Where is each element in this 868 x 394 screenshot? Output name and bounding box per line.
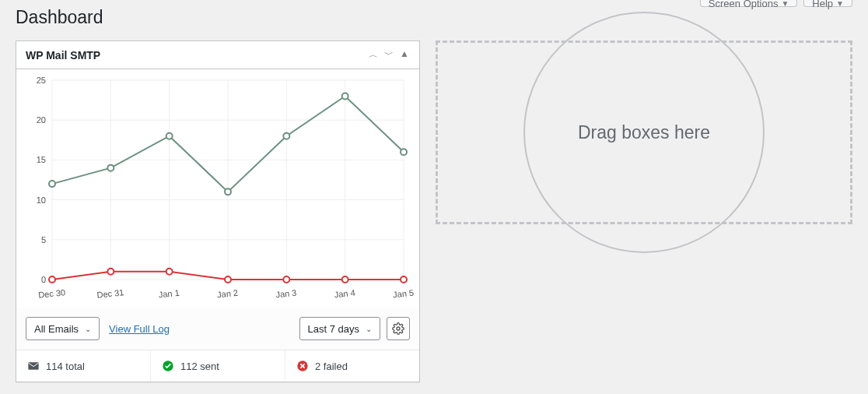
svg-text:Jan 3: Jan 3 xyxy=(275,288,297,300)
move-down-icon[interactable]: ﹀ xyxy=(383,48,394,62)
svg-text:Jan 4: Jan 4 xyxy=(334,288,355,300)
svg-text:5: 5 xyxy=(41,235,46,244)
settings-button[interactable] xyxy=(387,317,410,340)
svg-point-39 xyxy=(401,276,407,283)
stat-sent: 112 sent xyxy=(151,350,285,382)
chart: 0510152025Dec 30Dec 31Jan 1Jan 2Jan 3Jan… xyxy=(16,69,419,308)
svg-point-37 xyxy=(283,276,289,283)
stat-failed-label: 2 failed xyxy=(315,361,348,372)
toggle-collapse-icon[interactable]: ▲ xyxy=(399,48,410,62)
stat-sent-label: 112 sent xyxy=(180,361,219,372)
filter-select-label: All Emails xyxy=(34,323,79,335)
x-circle-icon xyxy=(296,360,309,372)
stat-failed: 2 failed xyxy=(285,350,419,382)
svg-text:10: 10 xyxy=(37,195,46,205)
svg-point-29 xyxy=(225,188,231,195)
widget-title: WP Mail SMTP xyxy=(26,49,100,62)
svg-text:Jan 1: Jan 1 xyxy=(158,288,180,300)
svg-point-28 xyxy=(166,133,173,139)
screen-options-button[interactable]: Screen Options ▼ xyxy=(700,0,798,7)
svg-point-40 xyxy=(397,327,400,330)
view-full-log-link[interactable]: View Full Log xyxy=(109,323,170,335)
svg-point-27 xyxy=(107,165,114,171)
check-circle-icon xyxy=(162,360,174,372)
svg-text:Jan 5: Jan 5 xyxy=(393,288,415,300)
svg-text:Dec 30: Dec 30 xyxy=(38,287,66,300)
move-up-icon[interactable]: ︿ xyxy=(368,48,379,62)
widget-wp-mail-smtp: WP Mail SMTP ︿ ﹀ ▲ 0510152025Dec 30Dec 3… xyxy=(16,40,420,382)
filter-select[interactable]: All Emails ⌄ xyxy=(26,317,100,340)
range-select-label: Last 7 days xyxy=(308,323,360,335)
svg-point-34 xyxy=(107,269,114,275)
caret-down-icon: ▼ xyxy=(836,0,844,8)
widget-header[interactable]: WP Mail SMTP ︿ ﹀ ▲ xyxy=(16,41,419,69)
svg-point-32 xyxy=(401,149,407,155)
envelope-icon xyxy=(27,360,40,372)
svg-point-26 xyxy=(49,181,55,187)
widget-controls: All Emails ⌄ View Full Log Last 7 days ⌄ xyxy=(16,308,419,350)
stats-row: 114 total 112 sent 2 failed xyxy=(16,350,419,382)
range-select[interactable]: Last 7 days ⌄ xyxy=(299,317,381,340)
svg-point-33 xyxy=(49,276,55,283)
help-button[interactable]: Help ▼ xyxy=(803,0,852,7)
svg-point-31 xyxy=(342,93,348,99)
svg-text:25: 25 xyxy=(37,76,46,85)
svg-point-30 xyxy=(283,133,289,139)
stat-total: 114 total xyxy=(16,350,151,382)
svg-rect-41 xyxy=(28,362,38,369)
drop-zone-label: Drag boxes here xyxy=(578,122,710,143)
svg-text:20: 20 xyxy=(37,115,46,125)
screen-options-label: Screen Options xyxy=(709,0,779,9)
chevron-down-icon: ⌄ xyxy=(366,325,372,333)
svg-point-35 xyxy=(166,269,173,275)
svg-point-38 xyxy=(342,276,348,283)
help-label: Help xyxy=(812,0,833,9)
caret-down-icon: ▼ xyxy=(781,0,789,8)
drop-zone[interactable]: Drag boxes here xyxy=(436,40,852,224)
svg-text:Dec 31: Dec 31 xyxy=(96,287,124,300)
svg-text:Jan 2: Jan 2 xyxy=(217,288,239,300)
gear-icon xyxy=(392,322,404,335)
svg-point-36 xyxy=(225,276,231,283)
chevron-down-icon: ⌄ xyxy=(85,325,91,333)
stat-total-label: 114 total xyxy=(46,361,85,372)
svg-text:0: 0 xyxy=(41,275,46,284)
svg-text:15: 15 xyxy=(37,155,46,164)
